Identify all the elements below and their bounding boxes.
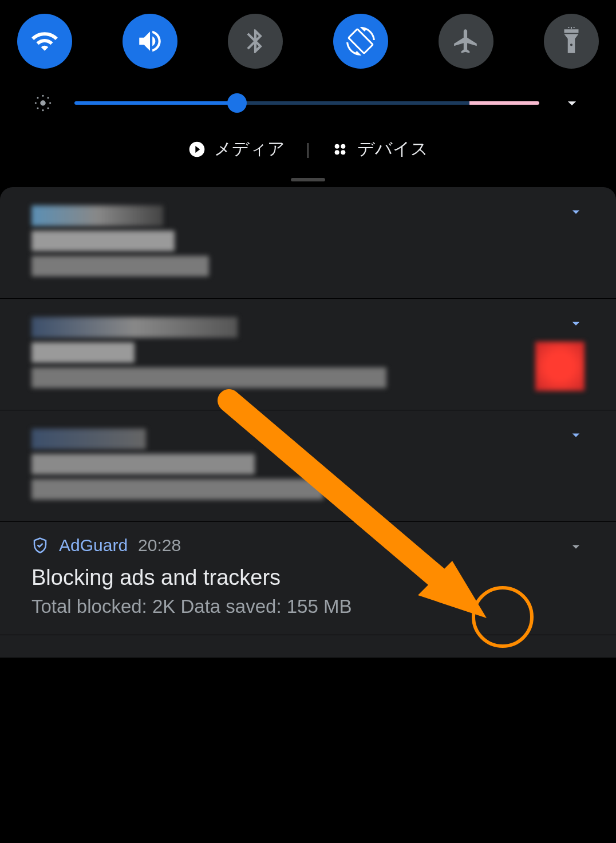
notification-item-2[interactable] bbox=[0, 299, 616, 410]
adguard-header: AdGuard 20:28 bbox=[31, 536, 585, 555]
redacted-content bbox=[31, 429, 146, 449]
notification-item-next bbox=[0, 635, 616, 658]
auto-rotate-toggle[interactable] bbox=[333, 14, 388, 69]
airplane-icon bbox=[452, 27, 480, 56]
sound-icon bbox=[136, 27, 164, 56]
bluetooth-toggle[interactable] bbox=[228, 14, 283, 69]
devices-grid-icon bbox=[331, 140, 349, 159]
redacted-content bbox=[31, 205, 163, 226]
flashlight-toggle[interactable] bbox=[544, 14, 599, 69]
redacted-content bbox=[31, 231, 175, 251]
wifi-toggle[interactable] bbox=[17, 14, 72, 69]
notification-thumbnail bbox=[535, 342, 585, 391]
brightness-thumb[interactable] bbox=[227, 93, 247, 113]
media-label: メディア bbox=[214, 137, 285, 161]
redacted-content bbox=[31, 256, 209, 276]
chevron-down-icon bbox=[567, 426, 585, 444]
redacted-content bbox=[31, 317, 238, 338]
redacted-content bbox=[31, 367, 386, 388]
svg-point-3 bbox=[35, 102, 37, 104]
chevron-down-icon bbox=[567, 315, 585, 332]
redacted-content bbox=[31, 454, 255, 474]
svg-point-10 bbox=[341, 144, 345, 148]
svg-point-9 bbox=[334, 144, 339, 148]
separator: | bbox=[306, 140, 310, 159]
notifications-area: AdGuard 20:28 Blocking ads and trackers … bbox=[0, 187, 616, 658]
devices-label: デバイス bbox=[357, 137, 428, 161]
adguard-app-name: AdGuard bbox=[59, 536, 128, 555]
chevron-down-icon bbox=[567, 203, 585, 220]
adguard-subtitle: Total blocked: 2K Data saved: 155 MB bbox=[31, 596, 585, 618]
brightness-slider[interactable] bbox=[74, 100, 539, 106]
panel-handle[interactable] bbox=[291, 178, 325, 181]
sound-toggle[interactable] bbox=[123, 14, 177, 69]
notification-expand[interactable] bbox=[567, 426, 585, 446]
notification-expand[interactable] bbox=[567, 203, 585, 223]
redacted-content bbox=[31, 479, 323, 500]
media-devices-row: メディア | デバイス bbox=[0, 114, 616, 172]
chevron-down-icon bbox=[567, 538, 585, 555]
wifi-icon bbox=[30, 27, 59, 56]
devices-button[interactable]: デバイス bbox=[331, 137, 428, 161]
adguard-title: Blocking ads and trackers bbox=[31, 565, 585, 590]
airplane-toggle[interactable] bbox=[439, 14, 493, 69]
adguard-expand-chevron[interactable] bbox=[567, 538, 585, 557]
svg-point-7 bbox=[37, 107, 38, 109]
media-button[interactable]: メディア bbox=[188, 137, 285, 161]
svg-point-5 bbox=[37, 97, 38, 98]
brightness-low-icon bbox=[31, 92, 54, 114]
svg-point-6 bbox=[47, 107, 49, 109]
brightness-track bbox=[74, 101, 539, 105]
chevron-down-icon bbox=[562, 93, 582, 113]
play-circle-icon bbox=[188, 140, 206, 159]
auto-rotate-icon bbox=[346, 27, 375, 56]
svg-point-4 bbox=[49, 102, 51, 104]
flashlight-icon bbox=[557, 27, 586, 56]
adguard-time: 20:28 bbox=[138, 536, 181, 555]
svg-point-11 bbox=[334, 150, 339, 155]
notification-expand[interactable] bbox=[567, 315, 585, 334]
svg-point-2 bbox=[42, 109, 44, 111]
notification-item-adguard[interactable]: AdGuard 20:28 Blocking ads and trackers … bbox=[0, 522, 616, 635]
brightness-row bbox=[0, 69, 616, 114]
svg-point-8 bbox=[47, 97, 49, 98]
svg-point-1 bbox=[42, 95, 44, 97]
redacted-content bbox=[31, 342, 135, 363]
shield-icon bbox=[31, 537, 49, 554]
svg-point-0 bbox=[40, 100, 46, 106]
quick-settings-row bbox=[0, 0, 616, 69]
bluetooth-icon bbox=[241, 27, 270, 56]
svg-point-12 bbox=[341, 150, 345, 155]
brightness-expand[interactable] bbox=[559, 93, 585, 113]
notification-item-1[interactable] bbox=[0, 187, 616, 299]
notification-item-3[interactable] bbox=[0, 410, 616, 522]
